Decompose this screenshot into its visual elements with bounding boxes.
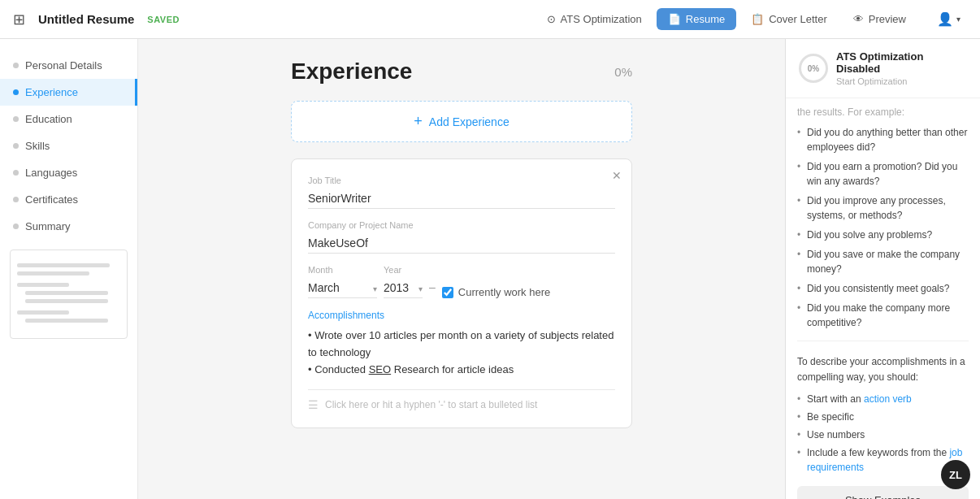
close-button[interactable]: ✕ [612,169,622,182]
dot-icon [13,197,19,202]
tips-list: Start with an action verb Be specific Us… [797,390,969,476]
ats-score-circle: 0% [799,54,828,83]
user-menu[interactable]: 👤 ▾ [930,8,967,30]
accomplishment-item-1[interactable]: • Wrote over 10 articles per month on a … [308,328,615,362]
year-select[interactable]: 201320142015 [384,278,423,298]
list-item: Did you improve any processes, systems, … [797,191,969,225]
questions-list: Did you do anything better than other em… [797,123,969,332]
chevron-down-icon: ▾ [956,15,960,24]
tip-item-1: Start with an action verb [797,390,969,408]
list-icon: ☰ [308,398,319,411]
plus-icon: + [414,113,423,130]
seo-text: SEO [369,363,391,375]
cover-letter-icon: 📋 [751,13,764,25]
dot-icon [13,116,19,122]
bullet-input-area: ☰ Click here or hit a hyphen '-' to star… [308,389,615,411]
panel-content: the results. For example: Did you do any… [786,98,980,499]
accomplishments-group: Accomplishments • Wrote over 10 articles… [308,310,615,378]
experience-card: ✕ Job Title Company or Project Name Mont… [291,158,632,428]
show-examples-button[interactable]: Show Examples [797,486,969,499]
accomplishments-label: Accomplishments [308,310,615,321]
list-item: Did you earn a promotion? Did you win an… [797,157,969,191]
tab-preview[interactable]: 👁 Preview [842,8,917,30]
panel-section-text: To describe your accomplishments in a co… [797,349,969,390]
sidebar-item-certificates[interactable]: Certificates [0,186,137,213]
sidebar-item-personal[interactable]: Personal Details [0,52,137,79]
date-row: Month JanuaryFebruaryMarch AprilMayJune … [308,265,615,298]
sidebar-item-languages[interactable]: Languages [0,159,137,186]
job-title-input[interactable] [308,189,615,209]
company-label: Company or Project Name [308,220,615,230]
list-item: Did you do anything better than other em… [797,123,969,157]
job-title-label: Job Title [308,176,615,185]
preview-line [17,310,69,315]
tip-item-2: Be specific [797,408,969,426]
preview-icon: 👁 [853,13,864,25]
action-verb-link[interactable]: action verb [864,393,912,405]
dot-icon [13,223,19,229]
ats-subtitle: Start Optimization [836,76,967,86]
sidebar-item-experience[interactable]: Experience [0,79,137,106]
list-item: Did you save or make the company money? [797,245,969,279]
currently-work-checkbox[interactable] [442,287,453,298]
year-label: Year [384,265,423,275]
section-title: Experience [291,59,412,85]
tab-resume[interactable]: 📄 Resume [657,8,736,30]
currently-work-label[interactable]: Currently work here [442,286,550,298]
ats-icon: ⊙ [547,13,556,25]
tab-ats[interactable]: ⊙ ATS Optimization [536,8,653,30]
list-item: Did you solve any problems? [797,225,969,245]
ats-title: ATS Optimization Disabled [836,50,967,75]
top-nav: ⊞ Untitled Resume SAVED ⊙ ATS Optimizati… [0,0,980,39]
right-panel: 0% ATS Optimization Disabled Start Optim… [785,39,980,499]
sidebar: Personal Details Experience Education Sk… [0,39,138,499]
list-item: Did you consistently meet goals? [797,279,969,298]
dot-icon [13,170,19,176]
bullet-input-placeholder[interactable]: ☰ Click here or hit a hyphen '-' to star… [308,398,615,411]
grid-icon[interactable]: ⊞ [13,11,25,28]
year-col: Year 201320142015 ▾ [384,265,423,298]
month-select-wrapper: JanuaryFebruaryMarch AprilMayJune JulyAu… [308,278,377,298]
company-input[interactable] [308,233,615,254]
company-group: Company or Project Name [308,220,615,254]
tip-item-3: Use numbers [797,426,969,444]
job-title-group: Job Title [308,176,615,209]
accomplishment-item-2[interactable]: • Conducted SEO Research for article ide… [308,362,615,379]
app-title: Untitled Resume [38,12,134,26]
ats-info: ATS Optimization Disabled Start Optimiza… [836,50,967,86]
zl-brand-badge: ZL [941,460,970,489]
preview-line [17,271,89,276]
add-experience-button[interactable]: + Add Experience [291,101,632,142]
saved-status: SAVED [147,15,180,24]
job-requirements-link[interactable]: job requirements [807,447,962,473]
sidebar-item-skills[interactable]: Skills [0,132,137,159]
dot-icon [13,143,19,149]
preview-line [17,263,110,267]
section-header: Experience 0% [291,59,632,85]
panel-divider [797,341,969,341]
main-layout: Personal Details Experience Education Sk… [0,39,980,499]
dot-icon [13,89,19,95]
month-select[interactable]: JanuaryFebruaryMarch AprilMayJune JulyAu… [308,278,377,298]
month-label: Month [308,265,377,275]
sidebar-item-summary[interactable]: Summary [0,213,137,240]
month-col: Month JanuaryFebruaryMarch AprilMayJune … [308,265,377,298]
preview-line [25,319,108,323]
year-select-wrapper: 201320142015 ▾ [384,278,423,298]
date-dash: – [429,280,436,298]
list-item: Did you make the company more competitiv… [797,298,969,332]
preview-line [17,283,69,287]
section-percentage: 0% [614,65,632,79]
dot-icon [13,63,19,68]
nav-tabs: ⊙ ATS Optimization 📄 Resume 📋 Cover Lett… [536,8,917,30]
resume-preview-thumbnail [10,250,128,339]
preview-line [25,299,108,303]
sidebar-item-education[interactable]: Education [0,106,137,132]
resume-icon: 📄 [668,13,681,25]
content-area: Experience 0% + Add Experience ✕ Job Tit… [138,39,785,499]
panel-fade-text: the results. For example: [797,98,969,123]
tab-cover-letter[interactable]: 📋 Cover Letter [739,8,839,30]
user-icon: 👤 [937,11,953,27]
ats-header: 0% ATS Optimization Disabled Start Optim… [786,39,980,98]
preview-line [25,291,108,295]
